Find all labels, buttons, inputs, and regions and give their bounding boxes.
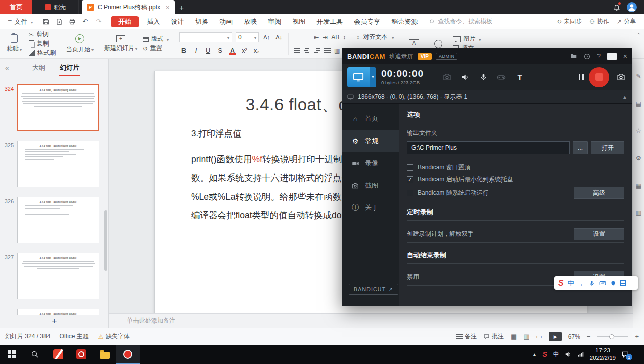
advanced-button[interactable]: 高级	[574, 187, 624, 199]
option-window-on-top[interactable]: Bandicam 窗口置顶	[407, 161, 624, 173]
checkbox-unchecked[interactable]	[407, 164, 413, 171]
thumbnail-scrollbar[interactable]	[104, 210, 107, 271]
subscript-button[interactable]: x₂	[252, 46, 261, 55]
layout-pane-icon[interactable]: ▦	[636, 182, 641, 189]
ribbon-tab-animation[interactable]: 动画	[214, 14, 238, 29]
wps-home-tab[interactable]: 首页	[0, 0, 32, 14]
open-folder-button[interactable]: 打开	[591, 141, 624, 154]
taskbar-search-button[interactable]	[23, 345, 47, 364]
font-size-input[interactable]	[238, 34, 253, 41]
output-folder-input[interactable]	[407, 141, 570, 154]
start-button[interactable]	[0, 345, 23, 364]
slide-heading[interactable]: 3.打印浮点值	[191, 128, 241, 140]
zoom-out-icon[interactable]: −	[587, 333, 591, 340]
zoom-in-icon[interactable]: +	[635, 333, 639, 340]
new-tab-button[interactable]: +	[175, 0, 189, 14]
theme-label[interactable]: Office 主题	[59, 332, 88, 341]
justify-icon[interactable]	[324, 48, 331, 53]
collapse-panel-icon[interactable]: «	[5, 64, 9, 72]
share-button[interactable]: ↗分享	[617, 17, 636, 26]
ribbon-tab-design[interactable]: 设计	[165, 14, 190, 29]
close-button[interactable]: ×	[623, 52, 627, 60]
toolbox-grid-icon[interactable]	[620, 280, 626, 286]
slide-thumbnail-326[interactable]: 326 3.4.6 float、double和long double	[0, 197, 108, 244]
font-color-button[interactable]: A	[228, 46, 237, 55]
slide-thumbnail-327[interactable]: 327 3.4.6 float、double和long double	[0, 253, 108, 300]
bullet-list-icon[interactable]	[294, 35, 300, 40]
align-right-icon[interactable]	[314, 48, 320, 53]
speaker-icon[interactable]	[458, 71, 472, 84]
ribbon-tab-docer-resources[interactable]: 稻壳资源	[386, 14, 423, 29]
sogou-logo[interactable]: S	[558, 279, 564, 288]
bandicam-window[interactable]: BANDICAM 班迪录屏 VIP ADMIN ? — × ▼ 00:00:00…	[342, 48, 632, 306]
bandicam-title-bar[interactable]: BANDICAM 班迪录屏 VIP ADMIN ? — ×	[342, 48, 632, 64]
properties-pane-icon[interactable]: ▤	[636, 100, 641, 107]
option-run-at-startup[interactable]: Bandicam 随系统启动运行 高级	[407, 186, 624, 200]
file-explorer-button[interactable]	[93, 345, 116, 364]
strikethrough-button[interactable]: S	[216, 46, 224, 55]
clock-icon[interactable]	[584, 53, 590, 60]
edit-tool-icon[interactable]: ✎	[636, 73, 641, 80]
ribbon-tab-transition[interactable]: 切换	[190, 14, 214, 29]
picture-button[interactable]: 图片	[453, 36, 481, 43]
print-icon[interactable]	[68, 18, 76, 25]
favorites-icon[interactable]: ☆	[636, 127, 641, 134]
normal-view-icon[interactable]: ▦	[511, 333, 517, 340]
ribbon-tab-view[interactable]: 视图	[287, 14, 311, 29]
decrease-indent-icon[interactable]: ⇤	[314, 34, 319, 40]
minimize-button[interactable]: —	[607, 53, 617, 60]
tray-expand-icon[interactable]: ▲	[532, 352, 537, 357]
line-spacing-icon[interactable]: ↕	[343, 34, 346, 40]
copy-button[interactable]: 复制	[29, 40, 56, 48]
help-icon[interactable]: ?	[597, 53, 601, 60]
text-overlay-icon[interactable]: T	[513, 71, 526, 84]
folder-icon[interactable]	[570, 53, 577, 60]
taskbar-clock[interactable]: 17:23 2022/2/19	[590, 347, 616, 362]
option-minimize-to-tray[interactable]: Bandicam 启动后最小化到系统托盘	[407, 173, 624, 186]
capture-region-bar[interactable]: 1366x768 - (0, 0), (1366, 768) - 显示器 1 ▲	[342, 90, 632, 104]
columns-icon[interactable]: ▥	[334, 48, 340, 54]
slide-sorter-view-icon[interactable]: ▥	[523, 333, 529, 340]
comments-toggle-button[interactable]: 批注	[483, 332, 504, 341]
nav-general[interactable]: ⚙常规	[342, 130, 399, 152]
notes-bar[interactable]: 单击此处添加备注	[109, 313, 633, 328]
slide-thumbnail-325[interactable]: 325 3.4.6 float、double和long double	[0, 141, 108, 188]
sogou-tray-icon[interactable]: S	[542, 350, 547, 358]
taskbar-app-1[interactable]	[47, 345, 70, 364]
font-size-select[interactable]	[236, 32, 259, 42]
zoom-slider[interactable]	[597, 336, 628, 337]
underline-button[interactable]: U	[204, 46, 212, 55]
soft-keyboard-icon[interactable]	[599, 280, 606, 287]
collapse-ribbon-icon[interactable]: ⌃	[637, 32, 641, 38]
notes-toggle-button[interactable]: 备注	[456, 332, 477, 341]
volume-icon[interactable]	[565, 351, 572, 358]
browse-button[interactable]: ...	[573, 141, 588, 154]
italic-button[interactable]: I	[192, 46, 200, 55]
redo-icon[interactable]: ↷	[95, 18, 102, 25]
checkbox-unchecked[interactable]	[407, 190, 413, 196]
zoom-slider-knob[interactable]	[609, 334, 614, 339]
collaborate-button[interactable]: ⚇协作	[589, 17, 609, 26]
collapse-region-icon[interactable]: ▲	[622, 94, 627, 100]
export-pdf-icon[interactable]	[55, 18, 63, 25]
file-menu[interactable]: 文件	[3, 17, 37, 26]
document-tab[interactable]: P C Primer Plus终稿.pptx	[82, 0, 175, 14]
align-left-icon[interactable]	[294, 48, 300, 53]
bandicam-taskbar-button[interactable]	[116, 345, 140, 364]
webcam-icon[interactable]	[440, 71, 453, 84]
ribbon-tab-start[interactable]: 开始	[111, 16, 139, 27]
wps-docer-tab[interactable]: 稻壳	[32, 0, 79, 14]
action-center-icon[interactable]: 1	[621, 350, 629, 358]
tab-outline[interactable]: 大纲	[31, 59, 47, 76]
nav-video[interactable]: 录像	[342, 152, 399, 174]
paste-button[interactable]: 粘贴	[2, 31, 26, 57]
decrease-font-size-icon[interactable]	[274, 33, 283, 41]
bold-button[interactable]: B	[179, 46, 188, 55]
settings-icon[interactable]: ⚙	[636, 155, 641, 162]
add-slide-button[interactable]: +	[0, 315, 108, 328]
reset-button[interactable]: ↺重置	[143, 45, 169, 52]
slide-thumbnail-324[interactable]: 324 3.4.6 float、double和long double	[0, 84, 108, 132]
align-center-icon[interactable]	[304, 48, 310, 53]
text-direction-button[interactable]: AB	[331, 34, 339, 40]
close-tab-icon[interactable]	[166, 4, 170, 11]
